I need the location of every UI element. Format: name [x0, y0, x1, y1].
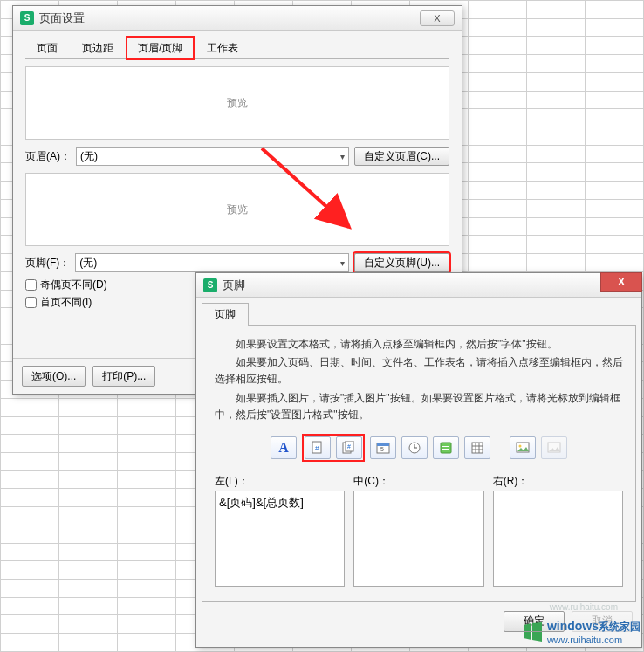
insert-total-pages-button[interactable]: #: [336, 436, 362, 459]
center-section-label: 中(C)：: [353, 474, 483, 489]
header-preview-box: 预览: [25, 66, 449, 140]
footer-sections: 左(L)： 中(C)： 右(R)：: [215, 474, 623, 589]
footer-preview-label: 预览: [30, 177, 445, 242]
app-icon: S: [20, 11, 34, 25]
odd-even-checkbox-input[interactable]: [25, 279, 37, 291]
svg-rect-13: [442, 446, 449, 447]
footer-combo-value: (无): [79, 256, 97, 271]
right-section-input[interactable]: [493, 491, 623, 587]
format-picture-button[interactable]: [541, 436, 567, 459]
brand-badge: windows系统家园 www.ruihaitu.com: [521, 619, 641, 645]
insert-time-button[interactable]: [401, 436, 428, 459]
svg-rect-12: [441, 443, 451, 453]
header-label: 页眉(A)：: [25, 149, 71, 164]
center-section-input[interactable]: [353, 491, 483, 587]
help-line-1: 如果要设置文本格式，请将插入点移至编辑框内，然后按"字体"按钮。: [215, 336, 623, 353]
options-button[interactable]: 选项(O)...: [22, 366, 86, 387]
insert-picture-button[interactable]: [510, 436, 536, 459]
footer-preview-box: 预览: [25, 173, 449, 246]
header-combo-value: (无): [80, 149, 98, 164]
footer-toolbar: A # # 5: [215, 434, 623, 462]
chevron-down-icon: ▾: [340, 258, 345, 268]
brand-text-1: windows系统家园: [547, 619, 641, 635]
chevron-down-icon: ▾: [340, 152, 345, 161]
footer-dialog-titlebar[interactable]: S 页脚 X: [196, 273, 641, 298]
right-section-label: 右(R)：: [493, 474, 623, 489]
page-setup-title: 页面设置: [39, 10, 420, 26]
watermark-url: www.ruihaitu.com: [550, 602, 618, 612]
custom-footer-button[interactable]: 自定义页脚(U)...: [354, 253, 449, 272]
footer-tab[interactable]: 页脚: [202, 303, 249, 326]
close-icon[interactable]: X: [600, 272, 642, 292]
help-line-2: 如果要加入页码、日期、时间、文件名、工作表名，请将插入点移至编辑框内，然后选择相…: [215, 354, 623, 388]
tab-header-footer[interactable]: 页眉/页脚: [127, 37, 194, 59]
svg-text:#: #: [347, 443, 351, 450]
svg-rect-14: [442, 449, 449, 450]
insert-sheet-name-button[interactable]: [464, 436, 490, 459]
footer-label: 页脚(F)：: [25, 256, 70, 271]
custom-header-button[interactable]: 自定义页眉(C)...: [354, 147, 449, 166]
tab-page[interactable]: 页面: [25, 37, 69, 59]
close-icon[interactable]: X: [420, 10, 455, 26]
svg-text:#: #: [315, 444, 319, 452]
header-combo[interactable]: (无) ▾: [76, 147, 349, 166]
page-setup-tabs: 页面 页边距 页眉/页脚 工作表: [25, 36, 449, 59]
first-page-checkbox-input[interactable]: [25, 297, 37, 308]
tab-margins[interactable]: 页边距: [71, 37, 125, 59]
page-setup-titlebar[interactable]: S 页面设置 X: [13, 6, 462, 31]
header-preview-label: 预览: [30, 71, 445, 135]
insert-page-number-button[interactable]: #: [305, 436, 331, 459]
font-button[interactable]: A: [271, 436, 297, 459]
insert-date-button[interactable]: 5: [370, 436, 396, 459]
app-icon: S: [203, 278, 217, 292]
windows-logo-icon: [521, 622, 544, 642]
footer-dialog-title: 页脚: [223, 278, 634, 293]
footer-dialog: S 页脚 X 页脚 如果要设置文本格式，请将插入点移至编辑框内，然后按"字体"按…: [195, 272, 642, 648]
insert-file-path-button[interactable]: [433, 436, 459, 459]
footer-help-text: 如果要设置文本格式，请将插入点移至编辑框内，然后按"字体"按钮。 如果要加入页码…: [215, 336, 623, 423]
left-section-label: 左(L)：: [215, 474, 345, 489]
footer-tab-page: 如果要设置文本格式，请将插入点移至编辑框内，然后按"字体"按钮。 如果要加入页码…: [202, 325, 636, 602]
annotation-highlight-group: # #: [302, 434, 365, 462]
svg-point-21: [519, 444, 522, 447]
svg-rect-15: [472, 443, 483, 453]
help-line-3: 如果要插入图片，请按"插入图片"按钮。如果要设置图片格式，请将光标放到编辑框中，…: [215, 390, 623, 423]
print-button[interactable]: 打印(P)...: [92, 366, 155, 387]
left-section-input[interactable]: [215, 491, 345, 587]
svg-text:5: 5: [380, 446, 384, 452]
odd-even-label: 奇偶页不同(D): [40, 278, 107, 292]
first-page-label: 首页不同(I): [40, 295, 92, 310]
footer-combo[interactable]: (无) ▾: [75, 253, 349, 272]
tab-sheet[interactable]: 工作表: [195, 37, 250, 59]
brand-text-2: www.ruihaitu.com: [547, 635, 641, 645]
